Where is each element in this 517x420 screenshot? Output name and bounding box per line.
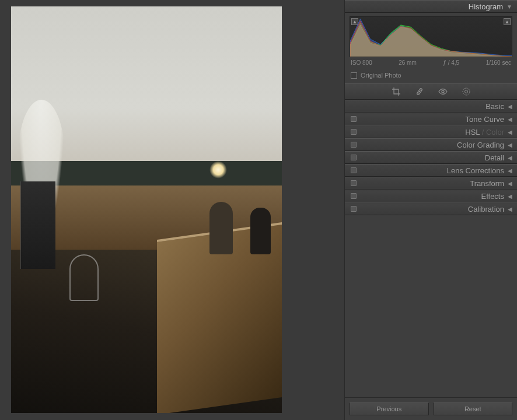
heal-tool-icon[interactable] [415, 87, 424, 96]
panel-title: Detail [485, 153, 504, 162]
panel-header[interactable]: HSL / Color◀ [345, 125, 517, 138]
previous-button[interactable]: Previous [350, 402, 429, 415]
histogram-exif: ISO 800 26 mm ƒ / 4,5 1/160 sec [350, 57, 512, 66]
original-photo-label: Original Photo [361, 72, 401, 79]
panel-title: HSL / Color [465, 128, 504, 136]
checkbox-icon[interactable] [351, 72, 357, 79]
triangle-left-icon: ◀ [508, 206, 512, 212]
photo-lamp [209, 161, 227, 178]
histogram-svg [350, 17, 512, 57]
triangle-left-icon: ◀ [508, 129, 512, 135]
photo-shelf [20, 181, 55, 269]
svg-point-3 [420, 90, 421, 90]
tool-strip [345, 83, 517, 100]
exif-iso: ISO 800 [351, 60, 372, 66]
panel-switch-icon[interactable] [351, 167, 357, 173]
histogram-header[interactable]: Histogram ▼ [345, 0, 517, 13]
redeye-tool-icon[interactable] [438, 87, 448, 96]
panel-switch-icon[interactable] [351, 155, 357, 160]
preview-photo[interactable] [11, 6, 282, 413]
develop-right-panel: Histogram ▼ ▲ ▲ ISO 800 26 mm ƒ / 4,5 1/… [344, 0, 517, 420]
panel-header[interactable]: Lens Corrections◀ [345, 164, 517, 177]
panel-header[interactable]: Effects◀ [345, 190, 517, 202]
panel-header[interactable]: Tone Curve◀ [345, 113, 517, 125]
exif-aperture: ƒ / 4,5 [443, 60, 459, 66]
original-photo-toggle[interactable]: Original Photo [345, 68, 517, 83]
photo-person [209, 202, 233, 254]
panel-switch-icon[interactable] [351, 116, 357, 122]
panel-switch-icon[interactable] [351, 129, 357, 135]
triangle-left-icon: ◀ [508, 180, 512, 187]
triangle-left-icon: ◀ [508, 155, 512, 161]
panel-title: Lens Corrections [447, 166, 504, 175]
triangle-down-icon: ▼ [506, 4, 512, 10]
crop-tool-icon[interactable] [392, 87, 401, 96]
triangle-left-icon: ◀ [508, 167, 512, 174]
svg-point-1 [417, 93, 418, 93]
reset-button[interactable]: Reset [434, 402, 513, 415]
triangle-left-icon: ◀ [508, 116, 512, 123]
panel-title: Transform [470, 179, 504, 188]
triangle-left-icon: ◀ [508, 142, 512, 148]
triangle-left-icon: ◀ [508, 103, 512, 110]
svg-point-5 [463, 88, 470, 95]
triangle-left-icon: ◀ [508, 193, 512, 200]
panel-header[interactable]: Basic◀ [345, 100, 517, 113]
histogram-chart[interactable]: ▲ ▲ [350, 16, 512, 57]
panel-title: Tone Curve [466, 115, 504, 124]
panel-list: Basic◀Tone Curve◀HSL / Color◀Color Gradi… [345, 100, 517, 397]
svg-point-4 [442, 90, 444, 93]
panel-header[interactable]: Color Grading◀ [345, 138, 517, 151]
histogram-panel: ▲ ▲ ISO 800 26 mm ƒ / 4,5 1/160 sec [345, 13, 517, 68]
panel-title: Color Grading [457, 141, 504, 149]
preview-area [0, 0, 344, 420]
panel-header[interactable]: Transform◀ [345, 177, 517, 190]
panel-switch-icon[interactable] [351, 206, 357, 212]
histogram-title: Histogram [469, 2, 503, 11]
panel-title-muted: / Color [480, 128, 504, 136]
photo-person [250, 208, 271, 254]
svg-point-6 [464, 90, 467, 93]
panel-title: Calibration [468, 205, 504, 214]
panel-title: Effects [481, 192, 504, 201]
panel-header[interactable]: Detail◀ [345, 151, 517, 164]
panel-header[interactable]: Calibration◀ [345, 202, 517, 215]
panel-switch-icon[interactable] [351, 180, 357, 186]
bottom-buttons: Previous Reset [345, 397, 517, 420]
exif-focal: 26 mm [399, 60, 417, 66]
masking-tool-icon[interactable] [462, 87, 471, 96]
panel-switch-icon[interactable] [351, 193, 357, 199]
exif-shutter: 1/160 sec [486, 60, 511, 66]
svg-point-2 [419, 91, 420, 92]
photo-stool [69, 254, 99, 301]
panel-title: Basic [485, 102, 504, 111]
panel-switch-icon[interactable] [351, 142, 357, 148]
